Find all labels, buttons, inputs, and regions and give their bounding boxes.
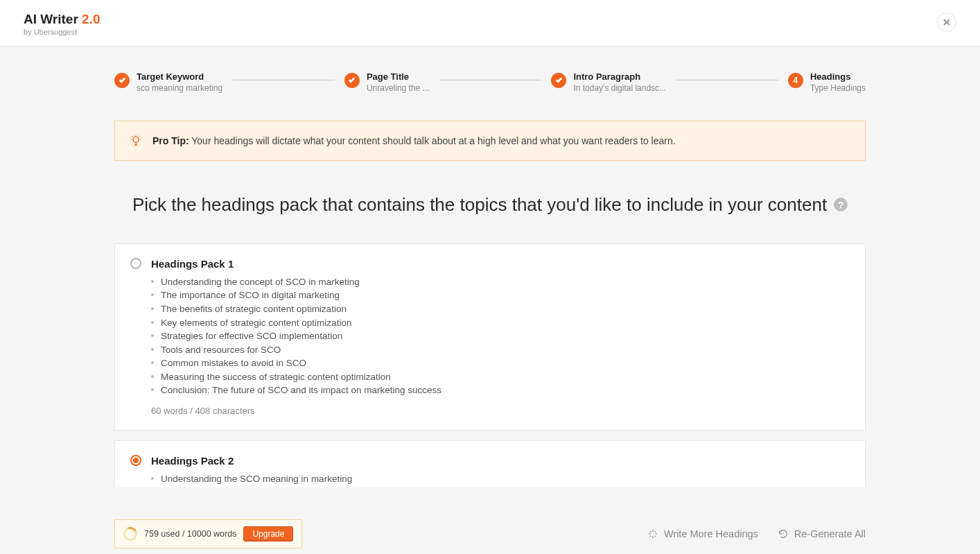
step-2[interactable]: Page TitleUnraveling the ... — [344, 71, 430, 93]
step-title: Page Title — [367, 71, 430, 82]
step-3[interactable]: Intro ParagraphIn today's digital landsc… — [551, 71, 666, 93]
usage-box: 759 used / 10000 words Upgrade — [114, 519, 302, 548]
pack-title: Headings Pack 1 — [151, 258, 234, 270]
pack-meta: 60 words / 408 characters — [130, 406, 848, 416]
pack-heading-item: Tools and resources for SCO — [151, 343, 848, 357]
close-button[interactable] — [937, 12, 956, 32]
step-connector — [676, 80, 778, 80]
checkmark-icon — [114, 73, 130, 88]
step-subtitle: sco meaning marketing — [137, 83, 222, 93]
pro-tip-text: Pro Tip: Your headings will dictate what… — [152, 135, 676, 146]
logo: AI Writer 2.0 by Ubersuggest — [24, 12, 100, 36]
checkmark-icon — [551, 73, 566, 88]
radio-pack-1[interactable] — [130, 258, 141, 269]
headings-pack-1[interactable]: Headings Pack 1Understanding the concept… — [114, 243, 866, 431]
sparkle-icon — [647, 528, 658, 539]
step-subtitle: Unraveling the ... — [367, 83, 430, 93]
pack-title: Headings Pack 2 — [151, 455, 234, 467]
pack-heading-item: Key elements of strategic content optimi… — [151, 316, 848, 330]
svg-point-0 — [133, 137, 139, 142]
pro-tip-box: Pro Tip: Your headings will dictate what… — [114, 121, 866, 161]
pack-heading-item: Strategies for effective SCO implementat… — [151, 329, 848, 343]
usage-text: 759 used / 10000 words — [144, 529, 236, 539]
pack-heading-item: The importance of strategic content opti… — [151, 486, 848, 487]
pack-heading-item: Conclusion: The future of SCO and its im… — [151, 383, 848, 397]
step-title: Headings — [810, 71, 866, 82]
pack-heading-item: Understanding the concept of SCO in mark… — [151, 275, 848, 289]
logo-subtitle: by Ubersuggest — [24, 28, 100, 36]
upgrade-button[interactable]: Upgrade — [243, 526, 293, 542]
step-title: Target Keyword — [137, 71, 222, 82]
lightbulb-icon — [129, 134, 143, 148]
headings-pack-2[interactable]: Headings Pack 2Understanding the SCO mea… — [114, 440, 866, 487]
help-icon[interactable]: ? — [834, 198, 848, 211]
step-connector — [232, 80, 335, 80]
step-4[interactable]: 4HeadingsType Headings — [788, 71, 866, 93]
step-1[interactable]: Target Keywordsco meaning marketing — [114, 71, 222, 93]
pack-heading-item: The importance of SCO in digital marketi… — [151, 288, 848, 302]
page-title: Pick the headings pack that contains the… — [114, 194, 866, 216]
refresh-icon — [778, 528, 789, 539]
pack-heading-item: Measuring the success of strategic conte… — [151, 370, 848, 384]
step-subtitle: In today's digital landsc... — [573, 83, 666, 93]
usage-ring-icon — [121, 525, 139, 543]
stepper: Target Keywordsco meaning marketingPage … — [114, 71, 866, 93]
headings-packs-list[interactable]: Headings Pack 1Understanding the concept… — [114, 243, 866, 487]
write-more-headings-button[interactable]: Write More Headings — [647, 528, 758, 539]
pack-heading-list: Understanding the SCO meaning in marketi… — [130, 472, 848, 487]
pack-heading-list: Understanding the concept of SCO in mark… — [130, 275, 848, 397]
step-title: Intro Paragraph — [573, 71, 666, 82]
radio-pack-2[interactable] — [130, 455, 141, 466]
logo-name: AI Writer — [24, 12, 82, 26]
pack-heading-item: Understanding the SCO meaning in marketi… — [151, 472, 848, 486]
close-icon — [943, 19, 950, 26]
logo-version: 2.0 — [82, 12, 100, 26]
step-connector — [439, 80, 542, 80]
pack-heading-item: Common mistakes to avoid in SCO — [151, 356, 848, 370]
pack-heading-item: The benefits of strategic content optimi… — [151, 302, 848, 316]
regenerate-all-button[interactable]: Re-Generate All — [778, 528, 866, 539]
step-subtitle: Type Headings — [810, 83, 866, 93]
step-number-icon: 4 — [788, 73, 803, 88]
checkmark-icon — [344, 73, 360, 88]
